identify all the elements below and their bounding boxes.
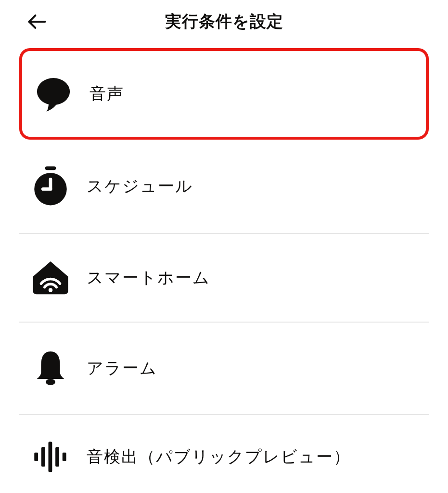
back-button[interactable] <box>26 11 48 32</box>
speech-icon <box>27 75 80 113</box>
svg-rect-10 <box>49 442 52 472</box>
list-item-sound-detection[interactable]: 音検出（パブリックプレビュー） <box>19 415 429 493</box>
svg-rect-12 <box>63 453 66 461</box>
svg-rect-11 <box>55 447 59 467</box>
list-item-smart-home[interactable]: スマートホーム <box>19 234 429 323</box>
svg-rect-8 <box>34 453 38 461</box>
svg-point-6 <box>49 288 53 292</box>
list-item-label: 音声 <box>80 83 124 105</box>
svg-rect-2 <box>45 166 56 170</box>
smart-home-icon <box>24 260 77 295</box>
clock-icon <box>24 166 77 207</box>
list-item-label: スケジュール <box>77 175 193 197</box>
list-item-label: スマートホーム <box>77 267 210 289</box>
list-item-schedule[interactable]: スケジュール <box>19 140 429 234</box>
svg-rect-9 <box>41 447 45 467</box>
arrow-left-icon <box>26 11 48 32</box>
list-item-label: アラーム <box>77 357 157 379</box>
page-header: 実行条件を設定 <box>0 0 448 43</box>
list-item-alarm[interactable]: アラーム <box>19 323 429 415</box>
condition-list: 音声 スケジュール スマートホーム <box>0 48 448 493</box>
alarm-bell-icon <box>24 349 77 388</box>
page-title: 実行条件を設定 <box>14 11 434 33</box>
svg-point-7 <box>46 379 55 385</box>
sound-wave-icon <box>24 441 77 472</box>
list-item-voice[interactable]: 音声 <box>19 48 429 140</box>
list-item-label: 音検出（パブリックプレビュー） <box>77 446 351 468</box>
